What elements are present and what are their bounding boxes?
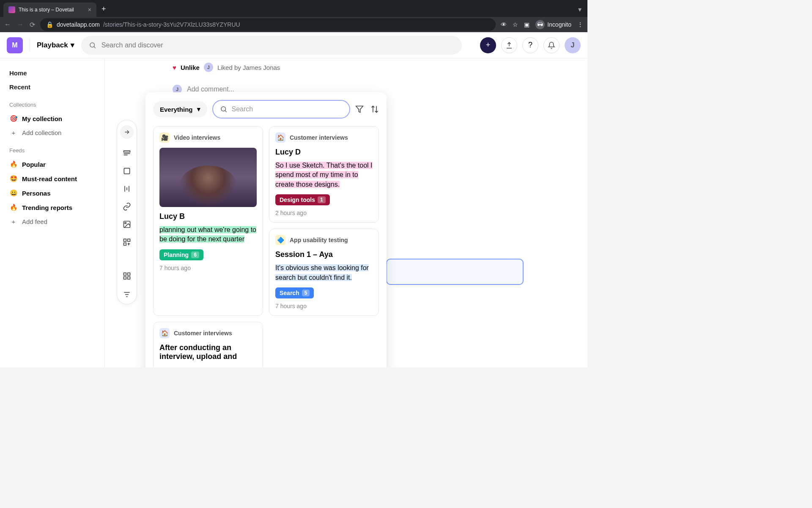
app-header: M Playback ▾ Search and discover + ? J xyxy=(0,32,587,58)
chevron-down-icon[interactable]: ▾ xyxy=(572,2,587,17)
card-project: 🔷 App usability testing xyxy=(275,235,373,245)
floating-toolbar xyxy=(117,120,137,304)
search-icon xyxy=(89,41,96,49)
workspace-badge[interactable]: M xyxy=(7,37,23,53)
funnel-icon[interactable] xyxy=(355,105,364,113)
sort-icon[interactable] xyxy=(370,105,379,113)
forward-icon[interactable]: → xyxy=(17,21,24,28)
browser-right-icons: 👁 ☆ ▣ 🕶 Incognito ⋮ xyxy=(501,20,583,29)
url-box[interactable]: 🔒 dovetailapp.com/stories/This-is-a-stor… xyxy=(40,18,496,31)
sidebar-nav-home[interactable]: Home xyxy=(7,66,98,80)
card-time: 7 hours ago xyxy=(275,303,373,309)
story-content: ♥ Unlike J Liked by James Jonas J Add co… xyxy=(173,63,280,94)
url-host: dovetailapp.com xyxy=(57,21,100,28)
browser-chrome: This is a story – Dovetail × + ▾ ← → ⟳ 🔒… xyxy=(0,0,587,32)
sidebar-nav-recent[interactable]: Recent xyxy=(7,80,98,94)
url-path: /stories/This-is-a-story-3sYu2V7XlzLU33s… xyxy=(103,21,240,28)
column-icon[interactable] xyxy=(122,184,132,194)
cards-grid: 🎥 Video interviews ▷ Lucy B planning out… xyxy=(153,126,379,367)
project-icon: 🔷 xyxy=(275,235,285,245)
result-card[interactable]: 🏠 Customer interviews After conducting a… xyxy=(153,322,263,367)
card-project: 🏠 Customer interviews xyxy=(275,133,373,143)
card-title: After conducting an interview, upload an… xyxy=(159,343,257,361)
card-project: 🎥 Video interviews xyxy=(159,133,257,143)
tab-title: This is a story – Dovetail xyxy=(19,7,85,13)
browser-tab[interactable]: This is a story – Dovetail × xyxy=(3,3,96,17)
reload-icon[interactable]: ⟳ xyxy=(30,21,35,29)
svg-rect-2 xyxy=(124,151,130,152)
unlike-button[interactable]: Unlike xyxy=(181,64,200,71)
svg-rect-5 xyxy=(124,168,129,174)
playback-label: Playback xyxy=(37,41,68,50)
star-icon[interactable]: ☆ xyxy=(513,21,518,28)
panel-icons xyxy=(355,105,379,113)
add-button[interactable]: + xyxy=(480,37,496,53)
expand-icon[interactable] xyxy=(120,125,134,139)
sidebar-feed-mustread[interactable]: 🤩 Must-read content xyxy=(7,171,98,186)
user-avatar[interactable]: J xyxy=(565,37,581,53)
add-collection-label: Add collection xyxy=(22,129,61,136)
incognito-badge[interactable]: 🕶 Incognito xyxy=(535,20,571,29)
svg-rect-15 xyxy=(128,273,130,276)
project-icon: 🏠 xyxy=(159,328,170,338)
tag-row: Search 5 xyxy=(275,287,373,298)
heart-icon[interactable]: ♥ xyxy=(173,64,176,71)
svg-rect-14 xyxy=(124,273,126,276)
global-search[interactable]: Search and discover xyxy=(81,36,462,55)
selection-box[interactable] xyxy=(386,259,524,285)
feed-label: Popular xyxy=(22,161,46,168)
new-tab-button[interactable]: + xyxy=(96,1,111,17)
sidebar-feed-popular[interactable]: 🔥 Popular xyxy=(7,157,98,171)
plus-icon: + xyxy=(9,129,18,136)
incognito-icon: 🕶 xyxy=(535,20,545,29)
project-label: Video interviews xyxy=(174,134,220,141)
svg-rect-13 xyxy=(124,243,126,246)
tag-label: Planning xyxy=(164,251,189,258)
panel-search-input[interactable] xyxy=(232,105,343,113)
panel-search[interactable] xyxy=(212,100,350,119)
address-bar: ← → ⟳ 🔒 dovetailapp.com/stories/This-is-… xyxy=(0,17,587,32)
sidebar-feed-personas[interactable]: 😀 Personas xyxy=(7,186,98,200)
link-icon[interactable] xyxy=(122,202,132,212)
video-thumbnail[interactable]: ▷ xyxy=(159,148,257,207)
back-icon[interactable]: ← xyxy=(4,21,11,28)
card-time: 7 hours ago xyxy=(159,265,257,271)
note-icon[interactable] xyxy=(122,166,132,176)
sidebar-feed-trending[interactable]: 🔥 Trending reports xyxy=(7,200,98,215)
sidebar-collection-item[interactable]: 🎯 My collection xyxy=(7,111,98,126)
result-card[interactable]: 🎥 Video interviews ▷ Lucy B planning out… xyxy=(153,126,263,316)
feed-icon: 🔥 xyxy=(9,160,18,168)
image-icon[interactable] xyxy=(122,219,132,229)
text-block-icon[interactable] xyxy=(122,148,132,158)
bell-icon[interactable] xyxy=(543,37,560,53)
menu-icon[interactable]: ⋮ xyxy=(577,21,583,28)
project-label: App usability testing xyxy=(290,237,348,243)
feed-icon: 🔥 xyxy=(9,204,18,211)
tag[interactable]: Planning 6 xyxy=(159,249,203,260)
tag[interactable]: Search 5 xyxy=(275,287,314,298)
tab-favicon xyxy=(8,6,15,13)
playback-dropdown[interactable]: Playback ▾ xyxy=(37,41,74,50)
filter-icon[interactable] xyxy=(122,289,132,299)
card-time: 2 hours ago xyxy=(275,210,373,216)
add-feed-button[interactable]: + Add feed xyxy=(7,215,98,229)
card-project: 🏠 Customer interviews xyxy=(159,328,257,338)
grid-icon[interactable] xyxy=(122,271,132,281)
result-card[interactable]: 🏠 Customer interviews Lucy D So I use Sk… xyxy=(269,126,379,223)
tag[interactable]: Design tools 1 xyxy=(275,194,330,205)
add-collection-button[interactable]: + Add collection xyxy=(7,126,98,140)
project-label: Customer interviews xyxy=(290,134,348,141)
collections-label: Collections xyxy=(9,102,98,108)
apps-icon[interactable] xyxy=(122,237,132,247)
svg-rect-12 xyxy=(128,239,130,242)
tag-label: Search xyxy=(280,290,299,296)
eye-off-icon[interactable]: 👁 xyxy=(501,21,507,28)
result-card[interactable]: 🔷 App usability testing Session 1 – Aya … xyxy=(269,229,379,316)
filter-dropdown[interactable]: Everything ▾ xyxy=(153,101,207,117)
help-icon[interactable]: ? xyxy=(522,37,538,53)
extensions-icon[interactable]: ▣ xyxy=(524,21,529,28)
close-icon[interactable]: × xyxy=(88,6,91,13)
feed-label: Must-read content xyxy=(22,175,77,182)
upload-icon[interactable] xyxy=(501,37,517,53)
header-right: + ? J xyxy=(480,37,581,53)
